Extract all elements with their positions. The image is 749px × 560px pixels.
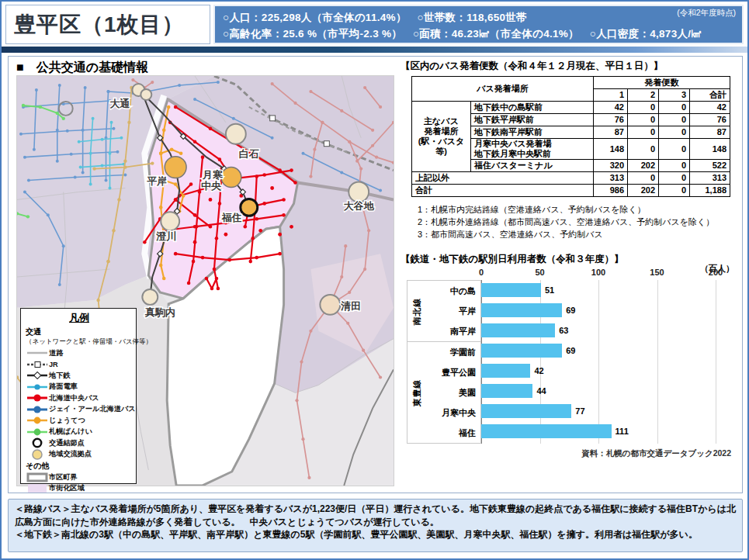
bus-stop-dot xyxy=(179,151,183,155)
node-tsukisamu-chuo xyxy=(221,168,241,188)
bus-stop-dot xyxy=(110,121,113,124)
bus-stop-dot xyxy=(74,176,77,179)
bus-stop-dot xyxy=(193,98,196,101)
bus-stop-dot xyxy=(189,182,193,186)
bus-stop-dot xyxy=(23,156,26,159)
chart-group: 南北線中の島平岸南平岸 xyxy=(407,281,480,342)
bus-stop-dot xyxy=(62,244,65,247)
bus-stop-dot xyxy=(187,282,191,285)
place-label-tsukisamu1: 月寒 xyxy=(202,169,224,181)
page-title: 豊平区（1枚目） xyxy=(14,10,185,40)
bus-stop-dot xyxy=(84,86,87,89)
col-3: 3 xyxy=(659,89,690,102)
node-hiragishi xyxy=(165,157,186,178)
place-label-fukuzumi: 福住 xyxy=(221,212,242,223)
bus-table: バス発着場所 発着便数 1 2 3 合計 主なバス 発着場所 (駅・バスタ等) … xyxy=(411,76,730,197)
bus-stop-dot xyxy=(66,130,69,133)
content-panel: ■ 公共交通の基礎情報 xyxy=(8,56,743,493)
bus-stop-dot xyxy=(70,153,73,156)
bus-stop-dot xyxy=(92,167,95,170)
bus-stop-dot xyxy=(255,256,258,260)
bus-stop-dot xyxy=(215,277,219,281)
bus-stop-dot xyxy=(344,244,347,247)
bus-stop-dot xyxy=(248,260,252,264)
transport-node-icon xyxy=(26,437,49,448)
bus-stop-dot xyxy=(340,171,343,175)
bus-stop-dot xyxy=(379,375,382,379)
bus-stop-dot xyxy=(123,159,127,162)
chart-block: 【鉄道・地下鉄の駅別日利用者数（令和３年度）】 （百人） 05010015020… xyxy=(401,253,739,459)
bus-stop-dot xyxy=(159,264,163,268)
legend-item-subway: 地下鉄 xyxy=(26,370,133,382)
legend-item-road: 道路 xyxy=(26,347,133,359)
place-label-kiyota: 清田 xyxy=(340,300,361,312)
bar-value-label: 44 xyxy=(536,386,546,396)
transit-map: 大通 白石 平岸 月寒 中央 福住 澄川 大谷地 真駒内 清田 凡例 交通 （ネ… xyxy=(16,75,394,486)
bar-value-label: 51 xyxy=(545,285,554,295)
chart-category-label: 豊平公園 xyxy=(426,362,480,382)
chart-left: 南北線中の島平岸南平岸東豊線学園前豊平公園美園月寒中央福住 xyxy=(407,280,481,444)
table-note-1: 1：札幌市内完結路線（空港連絡バス、予約制バスを除く） xyxy=(418,203,739,216)
bus-stop-dot xyxy=(89,183,92,186)
bus-stop-dot xyxy=(101,138,104,141)
bus-stop-dot xyxy=(251,237,255,240)
bus-stop-dot xyxy=(193,140,197,143)
bus-stop-dot xyxy=(300,360,303,363)
legend-item-chuo-bus: 北海道中央バス xyxy=(26,392,133,404)
col-header-place: バス発着場所 xyxy=(412,77,594,102)
chart-axis: 050100150200 xyxy=(481,268,716,280)
node-oyachi xyxy=(348,182,369,202)
bus-stop-dot xyxy=(39,105,42,109)
bus-stop-dot xyxy=(106,260,109,263)
bus-stop-dot xyxy=(278,168,282,172)
bus-stop-dot xyxy=(151,161,154,164)
bus-stop-dot xyxy=(217,81,220,84)
bus-stop-dot xyxy=(101,164,104,168)
bus-stop-dot xyxy=(346,322,349,325)
bus-stop-dot xyxy=(178,84,181,87)
bus-stop-dot xyxy=(278,252,282,256)
bus-stop-dot xyxy=(96,299,99,302)
bus-stop-dot xyxy=(282,198,286,202)
urbanized-area-icon xyxy=(26,483,49,493)
place-label-makomanai: 真駒内 xyxy=(145,306,175,318)
bus-stop-dot xyxy=(232,117,235,120)
bus-stop-dot xyxy=(218,202,222,206)
bus-stop-dot xyxy=(78,140,81,143)
bus-stop-dot xyxy=(379,105,382,109)
bar-value-label: 77 xyxy=(575,406,584,416)
bus-stop-dot xyxy=(56,160,59,163)
bus-stop-dot xyxy=(271,137,274,140)
table-row-total: 合計 986 202 0 1,188 xyxy=(412,185,730,197)
bus-stop-dot xyxy=(182,194,186,198)
bus-stop-dot xyxy=(174,182,178,186)
table-note-3: 3：都市間高速バス、空港連絡バス、予約制バス xyxy=(418,228,739,240)
jr-line-icon xyxy=(26,361,49,368)
bar xyxy=(481,384,532,398)
legend-item-streetcar: 路面電車 xyxy=(26,382,133,393)
chart-title: 【鉄道・地下鉄の駅別日利用者数（令和３年度）】 xyxy=(401,253,739,266)
bus-stop-dot xyxy=(362,349,365,352)
axis-tick-label: 0 xyxy=(479,268,484,277)
bus-stop-dot xyxy=(112,229,115,232)
bus-stop-dot xyxy=(192,260,196,264)
bus-stop-dot xyxy=(35,88,38,92)
bus-stop-dot xyxy=(19,133,23,136)
bus-stop-dot xyxy=(375,156,378,159)
chart-category-label: 月寒中央 xyxy=(426,403,480,423)
chart-bar-row: 69 xyxy=(481,340,716,361)
bus-stop-dot xyxy=(127,121,130,124)
jr-hokkaido-bus-line-icon xyxy=(26,405,49,414)
bus-stop-dot xyxy=(174,105,178,109)
bus-stop-dot xyxy=(58,283,61,286)
legend-title: 凡例 xyxy=(26,311,133,325)
bar-value-label: 111 xyxy=(615,427,629,436)
node-makomanai xyxy=(142,289,158,305)
col-header-counts: 発着便数 xyxy=(594,77,730,89)
divider-bar xyxy=(2,47,747,53)
legend-box: 凡例 交通 （ネットワークと駅・停留場・バス停等） 道路 JR 地下鉄 xyxy=(20,308,137,484)
bus-stop-dot xyxy=(81,171,85,175)
bus-stop-dot xyxy=(201,256,205,260)
bus-stop-dot xyxy=(321,121,324,124)
ward-boundary-icon xyxy=(26,472,49,482)
